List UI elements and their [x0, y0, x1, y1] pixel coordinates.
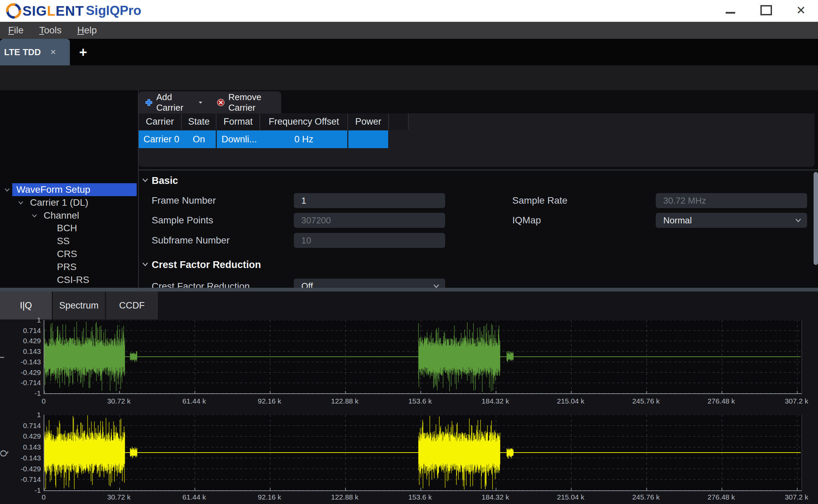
menu-bar: FileToolsHelp — [0, 22, 818, 39]
tree-item-prs[interactable]: PRS — [0, 261, 138, 273]
add-carrier-button[interactable]: Add Carrier — [145, 92, 203, 113]
column-header-frequency-offset[interactable]: Frequency Offset — [260, 113, 348, 130]
tab-close-icon[interactable]: × — [50, 47, 56, 58]
x-tick-label: 307.2 k — [776, 493, 817, 501]
carrier-row-cell-frequency-offset[interactable]: 0 Hz — [260, 130, 347, 148]
menu-file[interactable]: File — [8, 25, 24, 36]
close-icon: ✕ — [796, 4, 806, 16]
new-tab-button[interactable]: + — [76, 40, 91, 64]
app-title: SigIQPro — [86, 3, 141, 18]
cfr-label: Crest Factor Reduction — [152, 281, 250, 288]
x-tick-label: 153.6 k — [400, 493, 441, 501]
basic-section-title[interactable]: Basic — [152, 175, 178, 186]
tab-lte-tdd[interactable]: LTE TDD × — [0, 39, 70, 65]
tree-item-bch[interactable]: BCH — [0, 222, 138, 235]
x-tick-label: 276.48 k — [701, 493, 742, 501]
column-header-power[interactable]: Power — [348, 113, 389, 130]
x-tick-label: 215.04 k — [550, 397, 591, 405]
frame-number-label: Frame Number — [152, 195, 216, 206]
column-header-format[interactable]: Format — [217, 113, 260, 130]
y-tick-label: 0.429 — [3, 432, 41, 440]
maximize-button[interactable] — [754, 0, 778, 20]
panel-splitter[interactable] — [0, 288, 818, 292]
iqmap-value: Normal — [663, 215, 692, 226]
sample-points-input: 307200 — [294, 213, 445, 228]
cfr-dropdown[interactable]: Off — [294, 279, 445, 288]
column-header-blank[interactable] — [389, 113, 409, 130]
cfr-value: Off — [301, 281, 313, 288]
subframe-number-input: 10 — [294, 233, 445, 248]
carrier-row-cell-state[interactable]: On — [182, 130, 216, 148]
subframe-number-label: Subframe Number — [152, 235, 230, 246]
tree-item-waveform-setup[interactable]: WaveForm Setup — [0, 183, 138, 196]
document-tab-bar — [0, 39, 818, 65]
tree-item-carrier-1-dl-[interactable]: Carrier 1 (DL) — [0, 196, 138, 209]
carrier-table: CarrierStateFormatFrequency OffsetPowerC… — [139, 113, 815, 167]
chevron-down-icon[interactable] — [17, 199, 25, 206]
tab-label: LTE TDD — [4, 47, 41, 58]
y-tick-label: 1 — [3, 316, 41, 324]
frame-number-input[interactable]: 1 — [294, 193, 445, 208]
x-tick-label: 0 — [23, 493, 64, 501]
plot-tab-ccdf[interactable]: CCDF — [106, 292, 158, 319]
waveform-plot-i — [44, 320, 802, 394]
x-tick-label: 92.16 k — [249, 493, 290, 501]
x-tick-label: 0 — [23, 397, 64, 405]
carrier-row-cell-format[interactable]: Downli... — [217, 130, 264, 148]
menu-help[interactable]: Help — [77, 25, 97, 36]
chevron-down-icon — [432, 283, 440, 288]
cfr-section-title[interactable]: Crest Factor Reduction — [152, 259, 261, 270]
carrier-row-cell-carrier[interactable]: Carrier 0 — [139, 130, 186, 148]
chevron-down-icon[interactable] — [31, 212, 38, 219]
carrier-settings-panel: Add Carrier Remove Carrier CarrierStateF… — [139, 90, 818, 288]
remove-carrier-button[interactable]: Remove Carrier — [217, 92, 281, 113]
y-tick-label: 0.714 — [3, 327, 41, 335]
tree-item-label: Carrier 1 (DL) — [30, 197, 88, 208]
tree-item-label: WaveForm Setup — [16, 184, 90, 195]
x-tick-label: 30.72 k — [99, 493, 139, 501]
waveform-tree-panel: WaveForm SetupCarrier 1 (DL)ChannelBCHSS… — [0, 90, 138, 288]
settings-scrollbar[interactable] — [814, 172, 818, 265]
chevron-down-icon — [794, 217, 802, 223]
minimize-icon — [726, 12, 735, 14]
minimize-button[interactable] — [718, 0, 742, 20]
x-tick-label: 245.76 k — [625, 493, 666, 501]
tree-item-label: Channel — [44, 210, 79, 221]
close-button[interactable]: ✕ — [789, 0, 813, 20]
y-tick-label: -1 — [3, 389, 41, 397]
y-tick-label: -0.143 — [3, 358, 41, 366]
section-separator — [139, 170, 818, 170]
tree-item-crs[interactable]: CRS — [0, 248, 138, 261]
sample-rate-label: Sample Rate — [512, 195, 567, 206]
x-tick-label: 184.32 k — [475, 397, 516, 405]
column-header-carrier[interactable]: Carrier — [139, 113, 182, 130]
iqmap-label: IQMap — [512, 215, 541, 226]
tree-item-label: BCH — [57, 223, 77, 234]
basic-collapse-chevron-icon[interactable] — [141, 177, 149, 184]
column-header-state[interactable]: State — [182, 113, 216, 130]
tree-item-ss[interactable]: SS — [0, 235, 138, 248]
y-tick-label: -0.714 — [3, 475, 41, 484]
x-tick-label: 153.6 k — [400, 397, 441, 405]
iqmap-dropdown[interactable]: Normal — [656, 213, 807, 228]
plot-tab-spectrum[interactable]: Spectrum — [53, 292, 105, 319]
x-tick-label: 307.2 k — [776, 397, 817, 405]
x-tick-label: 245.76 k — [625, 397, 666, 405]
x-tick-label: 276.48 k — [701, 397, 742, 405]
menu-tools[interactable]: Tools — [39, 25, 61, 36]
sample-rate-input: 30.72 MHz — [656, 193, 807, 208]
waveform-svg-i — [44, 320, 802, 393]
x-tick-label: 215.04 k — [550, 493, 591, 501]
x-tick-label: 61.44 k — [174, 493, 215, 501]
tree-item-csi-rs[interactable]: CSI-RS — [0, 273, 138, 286]
y-tick-label: 1 — [3, 411, 41, 419]
y-tick-label: 0.714 — [3, 422, 41, 430]
x-tick-label: 122.88 k — [324, 493, 365, 501]
cfr-collapse-chevron-icon[interactable] — [141, 261, 149, 268]
carrier-row-cell-power[interactable] — [348, 130, 388, 148]
tree-item-channel[interactable]: Channel — [0, 209, 138, 222]
chevron-down-icon[interactable] — [3, 186, 11, 193]
channel-label-q: Q — [0, 450, 9, 457]
plot-tab-iq[interactable]: I|Q — [0, 292, 52, 319]
add-carrier-caret-icon — [198, 100, 203, 105]
